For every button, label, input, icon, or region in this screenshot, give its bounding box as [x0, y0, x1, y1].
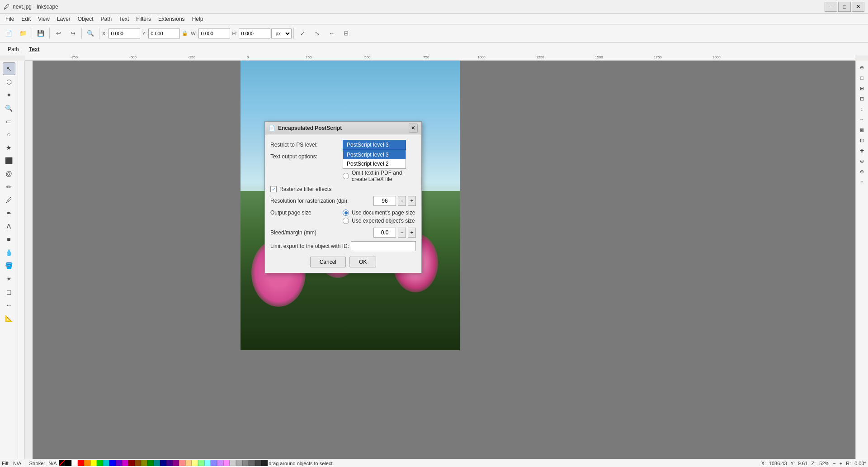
dialog-overlay: 📄 Encapsulated PostScript ✕ Restrict to …: [0, 0, 868, 467]
dialog-title-text: Encapsulated PostScript: [278, 125, 342, 131]
ps-level-selected[interactable]: PostScript level 3: [343, 140, 406, 150]
resolution-decrease[interactable]: −: [398, 196, 406, 206]
ps-level-label: Restrict to PS level:: [270, 142, 343, 148]
limit-export-label: Limit export to the object with ID:: [270, 243, 349, 249]
output-page-label: Output page size: [270, 210, 343, 216]
bleed-increase[interactable]: +: [408, 228, 416, 238]
ps-level-dropdown[interactable]: PostScript level 3 PostScript level 3 Po…: [343, 140, 406, 150]
doc-page-radio[interactable]: [343, 210, 349, 216]
exported-obj-label: Use exported object's size: [352, 218, 415, 224]
exported-obj-row: Use exported object's size: [343, 218, 415, 224]
dialog-close-btn[interactable]: ✕: [409, 124, 418, 133]
dialog-titlebar: 📄 Encapsulated PostScript ✕: [265, 122, 421, 134]
bleed-label: Bleed/margin (mm): [270, 229, 373, 236]
ps-level-row: Restrict to PS level: PostScript level 3…: [270, 140, 416, 150]
bleed-spinner: − +: [373, 228, 416, 238]
doc-page-label: Use document's page size: [352, 210, 415, 216]
omit-text-label: Omit text in PDF and create LaTeX file: [352, 170, 416, 182]
resolution-spinner: − +: [373, 196, 416, 206]
rasterize-row: Rasterize filter effects: [270, 186, 416, 192]
eps-dialog: 📄 Encapsulated PostScript ✕ Restrict to …: [264, 121, 422, 273]
doc-page-row: Use document's page size: [343, 210, 415, 216]
ps-level-menu: PostScript level 3 PostScript level 2: [343, 150, 406, 169]
dialog-buttons: Cancel OK: [270, 257, 416, 267]
dialog-body: Restrict to PS level: PostScript level 3…: [265, 134, 421, 273]
dialog-title-container: 📄 Encapsulated PostScript: [269, 125, 342, 131]
rasterize-checkbox[interactable]: [270, 186, 277, 192]
rasterize-label: Rasterize filter effects: [279, 186, 331, 192]
bleed-decrease[interactable]: −: [398, 228, 406, 238]
limit-export-row: Limit export to the object with ID:: [270, 241, 416, 251]
bleed-input[interactable]: [373, 228, 396, 238]
exported-obj-radio[interactable]: [343, 218, 349, 224]
bleed-row: Bleed/margin (mm) − +: [270, 228, 416, 238]
resolution-label: Resolution for rasterization (dpi):: [270, 198, 373, 204]
ok-button[interactable]: OK: [349, 257, 376, 267]
cancel-button[interactable]: Cancel: [310, 257, 346, 267]
resolution-increase[interactable]: +: [408, 196, 416, 206]
output-page-row: Output page size Use document's page siz…: [270, 210, 416, 224]
omit-text-radio[interactable]: [343, 173, 349, 179]
text-output-label: Text output options:: [270, 153, 343, 160]
ps-option-2[interactable]: PostScript level 2: [343, 159, 406, 168]
limit-export-input[interactable]: [351, 241, 416, 251]
omit-text-row: Omit text in PDF and create LaTeX file: [343, 170, 416, 182]
resolution-input[interactable]: [373, 196, 396, 206]
output-page-radio-group: Use document's page size Use exported ob…: [343, 210, 415, 224]
ps-option-3[interactable]: PostScript level 3: [343, 150, 406, 159]
dialog-icon: 📄: [269, 125, 275, 131]
resolution-row: Resolution for rasterization (dpi): − +: [270, 196, 416, 206]
